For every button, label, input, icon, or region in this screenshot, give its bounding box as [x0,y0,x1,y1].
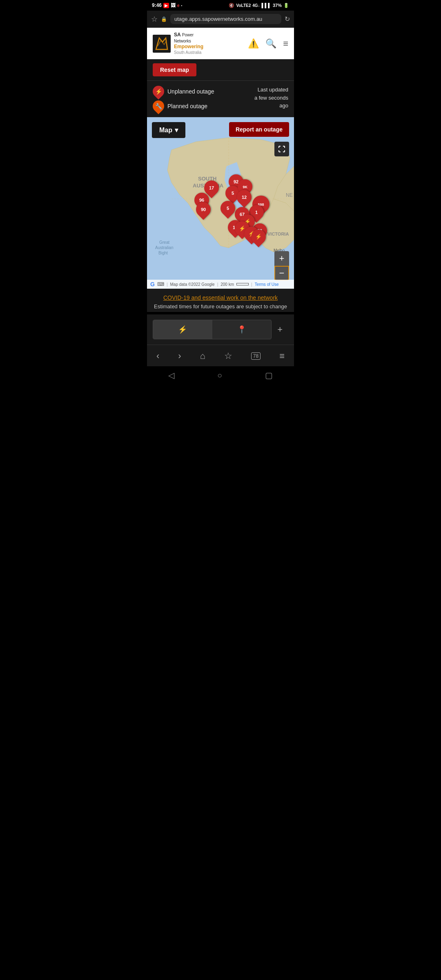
marker-label: 1 [255,210,258,215]
site-header: SA Power Networks Empowering South Austr… [147,28,294,59]
covid-subtitle: Estimated times for future outages are s… [153,303,288,310]
android-back-button[interactable]: ◁ [168,370,174,380]
tagline-south-aus: South Australia [174,50,203,55]
zoom-out-button[interactable]: − [274,266,289,281]
lte-icon: 4G↓ [252,3,260,8]
legend-planned: 🔧 Planned outage [153,100,214,112]
tab-lightning[interactable]: ⚡ [153,320,212,339]
map-container[interactable]: Great Australian Bight SOUTH AUSTRALIA V… [147,117,294,289]
map-type-label: Map [159,127,172,134]
marker-90[interactable]: 90 [196,202,211,217]
back-icon: ‹ [156,351,159,361]
tagline-empowering: Empowering [174,44,203,49]
time-display: 9:46 [152,2,162,8]
last-updated-text: Last updated [258,87,288,93]
planned-marker-icon: 🔧 [150,98,167,114]
google-logo: G [150,281,155,287]
bookmarks-icon: ☆ [224,351,232,361]
location-tab-icon: 📍 [237,325,246,334]
marker-12[interactable]: 12 [237,190,252,205]
logo-icon [153,35,171,53]
tab-container: ⚡ 📍 + [153,319,288,340]
nav-menu-button[interactable]: ≡ [274,349,290,363]
last-updated-ago: ago [279,102,288,109]
tabs-icon: 78 [251,352,261,360]
menu-icon[interactable]: ≡ [283,38,288,49]
lightning-tab-icon: ⚡ [178,325,187,334]
url-display[interactable]: utage.apps.sapowernetworks.com.au [170,14,281,24]
unplanned-marker-icon: ⚡ [150,83,167,100]
svg-text:Australian: Australian [155,245,173,250]
nav-bookmarks-button[interactable]: ☆ [219,349,237,363]
home-icon: ⌂ [200,351,205,361]
nav-tabs-button[interactable]: 78 [246,351,265,361]
tab-count: 78 [253,353,258,359]
android-recents-button[interactable]: ▢ [265,370,273,380]
fullscreen-icon [278,145,285,153]
svg-text:Great: Great [159,240,169,245]
nav-forward-button[interactable]: › [173,349,186,363]
map-scale: 200 km [220,282,234,287]
yt-icon: ▶ [163,3,169,8]
status-time: 9:46 ▶ 🖼 e • [152,2,182,8]
marker-label: 90 [201,207,206,212]
marker-label: 5 [227,206,229,211]
logo-text: SA Power Networks Empowering South Austr… [174,32,203,55]
marker-label: 12 [242,195,247,200]
ebay-icon: e [177,3,180,8]
keyboard-icon: ⌨ [157,281,164,287]
fullscreen-button[interactable] [274,142,289,156]
header-icons: ⚠️ 🔍 ≡ [248,38,288,49]
add-tab-button[interactable]: + [272,319,288,340]
dot-icon: • [181,4,183,7]
reset-map-button[interactable]: Reset map [153,63,196,76]
address-bar[interactable]: ☆ 🔒 utage.apps.sapowernetworks.com.au ↻ [147,11,294,28]
zoom-in-button[interactable]: + [274,251,289,266]
nav-menu-icon: ≡ [279,351,285,361]
brand-sa: SA [174,32,181,38]
signal-icon: ▌▌▌ [262,3,271,8]
bookmark-icon[interactable]: ☆ [151,15,158,24]
battery-icon: 🔋 [283,3,289,8]
last-updated-time: a few seconds [254,95,288,101]
map-footer: G ⌨ | Map data ©2022 Google | 200 km | T… [147,280,294,289]
svg-text:Bight: Bight [158,251,168,255]
search-tabs-section: ⚡ 📍 + [147,314,294,345]
android-home-button[interactable]: ○ [217,371,222,380]
svg-text:NE: NE [286,192,293,198]
alert-icon[interactable]: ⚠️ [248,38,259,49]
terms-link[interactable]: Terms of Use [255,282,279,287]
reset-section: Reset map [147,59,294,81]
android-nav-bar: ◁ ○ ▢ [147,366,294,386]
marker-5b[interactable]: 5 [220,201,235,216]
legend-unplanned: ⚡ Unplanned outage [153,86,214,97]
legend-items: ⚡ Unplanned outage 🔧 Planned outage [153,86,214,112]
mute-icon: 🔇 [229,3,234,8]
planned-label: Planned outage [167,103,207,109]
nav-home-button[interactable]: ⌂ [195,349,210,363]
brand-power: Power [182,33,194,37]
reload-button[interactable]: ↻ [285,15,290,23]
last-updated: Last updated a few seconds ago [254,86,288,110]
covid-link[interactable]: COVID-19 and essential work on the netwo… [153,294,288,301]
network-icon: VoLTE2 [236,3,251,8]
brand-networks: Networks [174,38,203,44]
dropdown-icon: ▾ [175,126,178,134]
map-copyright: Map data ©2022 Google [170,282,215,287]
logo-area: SA Power Networks Empowering South Austr… [153,32,203,55]
scale-bar [236,283,249,285]
marker-label: 17 [209,185,214,190]
status-bar: 9:46 ▶ 🖼 e • 🔇 VoLTE2 4G↓ ▌▌▌ 37% 🔋 [147,0,294,11]
tab-location[interactable]: 📍 [212,320,272,339]
report-outage-button[interactable]: Report an outage [229,122,289,137]
marker-label: 9K [243,185,247,189]
plus-icon: + [277,324,283,335]
marker-lightning4[interactable]: ⚡ [251,229,266,244]
map-type-button[interactable]: Map ▾ [152,122,185,138]
search-icon[interactable]: 🔍 [265,38,276,49]
gallery-icon: 🖼 [171,2,176,8]
battery-display: 37% [273,3,282,8]
covid-banner: COVID-19 and essential work on the netwo… [147,289,294,312]
status-indicators: 🔇 VoLTE2 4G↓ ▌▌▌ 37% 🔋 [229,3,289,8]
nav-back-button[interactable]: ‹ [151,349,164,363]
